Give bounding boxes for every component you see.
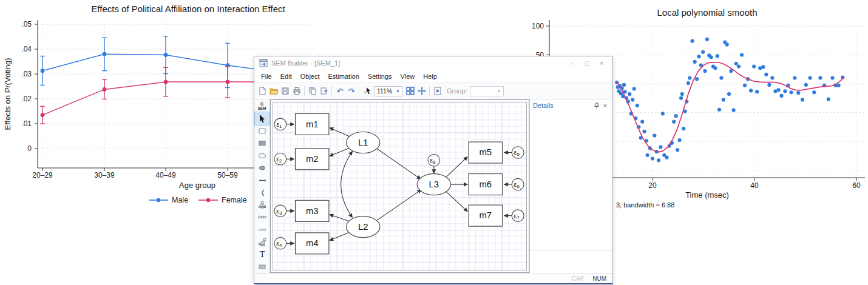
error-term-e8[interactable]: ε8: [428, 154, 440, 166]
menu-item-edit[interactable]: Edit: [276, 72, 296, 81]
scatter-point: [734, 62, 738, 65]
scatter-point: [672, 120, 676, 124]
scatter-point: [703, 69, 707, 73]
group-combobox[interactable]: ▼: [470, 86, 504, 96]
observed-variable-m5[interactable]: m5: [469, 142, 502, 163]
toolbar-separator: [331, 86, 332, 96]
palette-tool-rectangle[interactable]: [255, 125, 269, 137]
paste-icon[interactable]: [318, 86, 330, 97]
close-button[interactable]: ×: [594, 58, 609, 68]
palette-tool-pointer[interactable]: [255, 112, 269, 124]
x-tick-label: 30–39: [94, 171, 115, 179]
select-pointer-icon[interactable]: x: [361, 86, 373, 97]
error-term-e1[interactable]: ε1: [274, 118, 287, 130]
window-content: GSEMT m1m2m3m4m5m6m7L1L2L3ε1ε2ε3ε4ε5ε6ε7…: [254, 99, 612, 273]
palette-tool-rectangle-filled[interactable]: [255, 137, 269, 149]
scatter-point: [725, 42, 729, 46]
error-term-e5[interactable]: ε5: [512, 147, 524, 158]
zoom-level-combobox[interactable]: 111%▼: [375, 86, 402, 96]
observed-variable-m4[interactable]: m4: [296, 233, 329, 254]
pan-icon[interactable]: [416, 86, 427, 97]
save-icon[interactable]: [279, 86, 291, 97]
scatter-point: [755, 90, 759, 93]
latent-variable-L3[interactable]: L3: [417, 174, 450, 195]
scatter-point: [631, 98, 634, 102]
latent-variable-L2[interactable]: L2: [347, 216, 380, 238]
run-icon[interactable]: [432, 86, 443, 97]
smooth-line: [617, 62, 843, 152]
error-term-e7[interactable]: ε7: [512, 210, 524, 221]
x-tick-label: 50–59: [217, 171, 238, 179]
toolbar: ↶↷x111%▼Group:▼: [254, 82, 612, 99]
menu-item-help[interactable]: Help: [419, 72, 441, 81]
palette-tool-text-tool[interactable]: T: [255, 248, 269, 260]
observed-variable-m2[interactable]: m2: [296, 149, 329, 170]
undo-icon[interactable]: ↶: [334, 86, 345, 97]
observed-variable-m1[interactable]: m1: [296, 113, 329, 135]
error-term-e3[interactable]: ε3: [274, 205, 287, 216]
observed-variable-m6[interactable]: m6: [469, 174, 502, 195]
palette-tool-ellipse[interactable]: [255, 149, 269, 161]
print-icon[interactable]: [291, 86, 302, 97]
diagram-canvas[interactable]: m1m2m3m4m5m6m7L1L2L3ε1ε2ε3ε4ε5ε6ε7ε8: [270, 99, 529, 273]
menu-item-settings[interactable]: Settings: [364, 72, 396, 81]
scatter-point: [719, 76, 723, 79]
scatter-point: [804, 83, 808, 87]
scatter-point: [837, 84, 841, 87]
scatter-point: [808, 76, 812, 79]
y-tick-label: 0: [27, 144, 32, 153]
new-icon[interactable]: [256, 86, 268, 97]
scatter-point: [674, 114, 678, 118]
details-panel: Details ×: [529, 99, 612, 273]
fit-page-icon[interactable]: [404, 86, 416, 97]
scatter-point: [776, 88, 780, 92]
palette-tool-latent-chain[interactable]: [255, 224, 269, 236]
observed-label: m2: [306, 154, 319, 164]
palette-tool-ellipse-filled[interactable]: [255, 162, 269, 174]
error-term-e2[interactable]: ε2: [274, 153, 287, 165]
toolbar-separator: [429, 86, 430, 96]
minimize-button[interactable]: –: [565, 58, 580, 68]
title-bar[interactable]: SEM Builder - [SEM_1] – □ ×: [254, 56, 612, 70]
open-icon[interactable]: [268, 86, 279, 97]
scatter-point: [749, 89, 753, 92]
data-point-female: [103, 87, 107, 92]
error-term-e6[interactable]: ε6: [512, 178, 524, 190]
copy-icon[interactable]: [307, 86, 318, 97]
palette-tool-measurement-fan[interactable]: [255, 199, 269, 211]
close-panel-icon[interactable]: ×: [601, 101, 609, 110]
palette-tool-observed-chain[interactable]: [255, 211, 269, 223]
redo-icon[interactable]: ↷: [345, 86, 357, 97]
menu-item-view[interactable]: View: [396, 72, 419, 81]
palette-tool-area[interactable]: [255, 261, 269, 273]
scatter-point: [793, 76, 796, 79]
palette-tool-regression-fan[interactable]: [255, 236, 269, 248]
scatter-point: [632, 87, 636, 90]
scatter-point: [818, 76, 822, 79]
menu-item-object[interactable]: Object: [296, 72, 324, 81]
menu-item-estimation[interactable]: Estimation: [324, 72, 364, 81]
scatter-point: [677, 138, 681, 142]
scatter-point: [789, 90, 793, 94]
palette-tool-arc[interactable]: [255, 187, 269, 199]
x-tick-label: 40: [750, 181, 759, 190]
error-term-e4[interactable]: ε4: [274, 238, 287, 249]
chart-title: Local polynomial smooth: [657, 7, 757, 18]
latent-variable-L1[interactable]: L1: [347, 132, 380, 153]
pin-icon[interactable]: [592, 101, 601, 110]
latent-label: L2: [358, 222, 368, 232]
scatter-point: [761, 65, 765, 69]
maximize-button[interactable]: □: [580, 58, 594, 68]
observed-label: m5: [480, 148, 492, 158]
scatter-point: [640, 120, 644, 124]
scatter-point: [731, 109, 735, 112]
window-title: SEM Builder - [SEM_1]: [271, 59, 565, 67]
observed-variable-m3[interactable]: m3: [296, 200, 329, 221]
scatter-point: [701, 50, 705, 54]
scatter-point: [659, 145, 662, 149]
palette-tool-path-line[interactable]: [255, 174, 269, 186]
observed-variable-m7[interactable]: m7: [469, 205, 502, 226]
menu-item-file[interactable]: File: [257, 72, 276, 81]
svg-text:↷: ↷: [348, 87, 355, 96]
scatter-point: [717, 108, 721, 112]
